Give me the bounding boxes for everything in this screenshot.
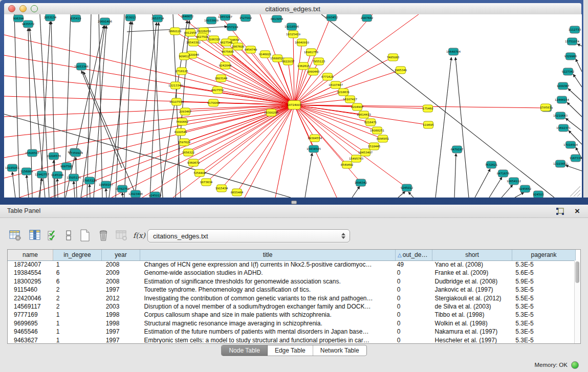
- graph-edge[interactable]: [294, 14, 373, 105]
- graph-edge[interactable]: [455, 57, 469, 198]
- function-builder-icon[interactable]: f(x): [132, 228, 146, 243]
- graph-node[interactable]: 159583: [540, 104, 551, 111]
- graph-node[interactable]: 9245652: [519, 185, 532, 192]
- graph-node[interactable]: 12213349: [168, 82, 183, 89]
- row-height-icon[interactable]: [61, 228, 76, 243]
- graph-edge[interactable]: [87, 14, 91, 198]
- graph-node[interactable]: 2653714: [151, 15, 164, 22]
- graph-edge[interactable]: [19, 105, 294, 198]
- graph-node[interactable]: 12923446: [128, 190, 143, 198]
- graph-node[interactable]: 8655464: [231, 189, 244, 196]
- scrollbar-thumb[interactable]: [575, 261, 579, 283]
- network-canvas[interactable]: 9063949435572205313483541920691406953013…: [4, 14, 582, 198]
- graph-node[interactable]: 12103652: [553, 160, 568, 167]
- table-row[interactable]: 1830029562008Estimation of significance …: [8, 277, 575, 286]
- graph-node[interactable]: 9170043: [207, 99, 220, 106]
- graph-node[interactable]: 16961758: [304, 49, 318, 56]
- graph-node[interactable]: 16648784: [446, 48, 461, 55]
- graph-node[interactable]: 1646672: [181, 14, 194, 20]
- graph-node[interactable]: 7690662: [176, 118, 189, 125]
- table-row[interactable]: 911546021997Tourette syndrome. Phenomeno…: [8, 286, 575, 294]
- new-table-icon[interactable]: [78, 228, 92, 243]
- graph-node[interactable]: 20053346: [74, 63, 89, 70]
- graph-node[interactable]: 8454749: [245, 46, 257, 53]
- table-row[interactable]: 1456911722003Disruption of a novel membe…: [8, 302, 575, 311]
- graph-node[interactable]: 8100545: [175, 128, 187, 136]
- graph-edge[interactable]: [408, 192, 413, 198]
- graph-node[interactable]: 6479197: [451, 146, 464, 153]
- graph-edge[interactable]: [74, 181, 75, 198]
- graph-node[interactable]: 16088251: [370, 127, 384, 134]
- graph-node[interactable]: 14185051: [5, 164, 19, 171]
- graph-node[interactable]: 7955123: [313, 58, 325, 65]
- graph-node[interactable]: 9329966: [564, 53, 577, 60]
- graph-node[interactable]: 18614415: [357, 111, 371, 118]
- graph-node[interactable]: 9360672: [187, 159, 200, 166]
- graph-node[interactable]: 8822037: [282, 58, 295, 65]
- graph-edge[interactable]: [135, 23, 157, 198]
- graph-edge[interactable]: [294, 72, 313, 105]
- graph-node[interactable]: 8186328: [208, 36, 221, 43]
- graph-edge[interactable]: [94, 26, 106, 198]
- graph-node[interactable]: 906394: [13, 15, 24, 22]
- graph-edge[interactable]: [576, 59, 582, 72]
- graph-node[interactable]: 25606507: [25, 149, 39, 157]
- graph-node[interactable]: 8813054: [271, 15, 284, 23]
- graph-node[interactable]: 10653287: [218, 14, 232, 20]
- graph-node[interactable]: 8771621: [321, 73, 334, 80]
- graph-node[interactable]: 13505135: [67, 174, 81, 181]
- graph-node[interactable]: 9227342: [562, 68, 575, 75]
- graph-node[interactable]: 7254402: [193, 169, 206, 177]
- graph-edge[interactable]: [51, 21, 55, 198]
- column-header-out-de-[interactable]: △out_de…: [396, 250, 432, 260]
- graph-node[interactable]: 2803144: [215, 75, 228, 82]
- graph-node[interactable]: 16640910: [295, 39, 309, 46]
- graph-node[interactable]: 18325419: [286, 31, 300, 38]
- graph-edge[interactable]: [435, 57, 451, 198]
- graph-node[interactable]: 2204907: [351, 103, 364, 111]
- graph-node[interactable]: 1362615: [297, 62, 310, 70]
- graph-node[interactable]: 15692371: [556, 124, 571, 132]
- tab-edge-table[interactable]: Edge Table: [268, 345, 313, 356]
- graph-node[interactable]: 835419: [71, 15, 81, 22]
- table-row[interactable]: 969969511998Structural magnetic resonanc…: [8, 319, 575, 327]
- graph-node[interactable]: 1209387: [557, 82, 570, 90]
- graph-node[interactable]: 8096951: [377, 135, 389, 142]
- tab-network-table[interactable]: Network Table: [313, 345, 366, 356]
- graph-node[interactable]: 1167334: [570, 155, 582, 162]
- graph-node[interactable]: 1145194: [51, 171, 64, 179]
- table-row[interactable]: 1872400712008Changes of HCN gene express…: [8, 260, 575, 269]
- graph-node[interactable]: 8912954: [184, 29, 197, 36]
- graph-edge[interactable]: [475, 169, 490, 198]
- graph-node[interactable]: 7485083: [387, 54, 400, 61]
- graph-node[interactable]: 9435572: [22, 20, 35, 28]
- graph-edge[interactable]: [294, 52, 311, 105]
- graph-node[interactable]: 9675685: [222, 48, 234, 55]
- graph-edge[interactable]: [294, 105, 315, 138]
- network-window-titlebar[interactable]: citations_edges.txt: [4, 3, 581, 15]
- graph-node[interactable]: 8660128: [169, 28, 182, 35]
- graph-edge[interactable]: [245, 105, 294, 198]
- column-header-in-degree[interactable]: in_degree: [53, 250, 102, 260]
- graph-node[interactable]: 15434545: [307, 145, 321, 152]
- graph-node[interactable]: 18724007: [287, 101, 301, 110]
- graph-edge[interactable]: [27, 175, 29, 198]
- graph-node[interactable]: 119695: [423, 121, 434, 128]
- graph-node[interactable]: 175460: [423, 105, 433, 112]
- graph-node[interactable]: 12942757: [35, 171, 49, 178]
- graph-node[interactable]: 9827546: [220, 39, 233, 46]
- graph-edge[interactable]: [184, 56, 294, 105]
- close-panel-icon[interactable]: ×: [575, 205, 580, 217]
- delete-table-icon[interactable]: [96, 228, 111, 243]
- panel-splitter-handle[interactable]: [291, 201, 297, 204]
- float-panel-icon[interactable]: [555, 207, 565, 216]
- graph-node[interactable]: 924503: [533, 191, 544, 198]
- graph-node[interactable]: 18107554: [169, 98, 184, 105]
- graph-node[interactable]: 1112733: [569, 26, 581, 33]
- graph-edge[interactable]: [39, 178, 42, 198]
- tab-node-table[interactable]: Node Table: [222, 345, 268, 356]
- vertical-scrollbar[interactable]: [574, 260, 580, 343]
- graph-edge[interactable]: [567, 102, 582, 117]
- table-row[interactable]: 977716911998Corpus callosum shape and si…: [8, 311, 575, 319]
- graph-node[interactable]: 7632621: [485, 161, 498, 168]
